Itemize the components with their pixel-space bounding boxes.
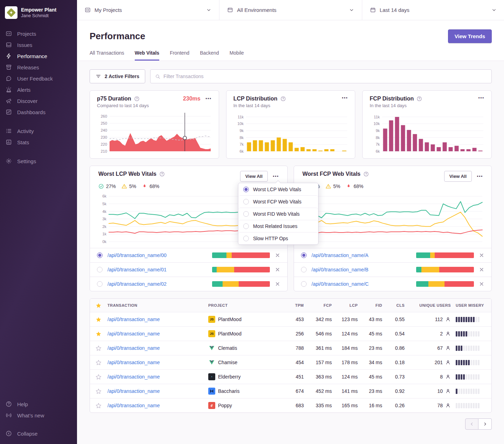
overflow-menu-icon[interactable]: ⋯ [205,96,212,101]
menu-item-label: Worst FID Web Vitals [253,211,300,217]
sidebar: Empower Plant Jane Schmidt ProjectsIssue… [0,0,77,444]
help-icon[interactable] [280,96,286,102]
transaction-link[interactable]: /api/0/transaction_name [107,317,160,322]
transaction-radio[interactable] [97,267,103,272]
environment-selector[interactable]: All Environments [219,0,362,20]
help-icon[interactable] [416,96,422,102]
vitals-distribution-bar [416,281,474,287]
transaction-link[interactable]: /api/0/transaction_name/02 [107,281,207,287]
sidebar-item-label: Settings [17,158,36,164]
tab-backend[interactable]: Backend [200,50,219,61]
project-selector[interactable]: My Projects [77,0,219,20]
close-icon[interactable] [275,267,280,272]
close-icon[interactable] [479,281,484,287]
menu-item-worst-fid-web-vitals[interactable]: Worst FID Web Vitals [238,208,318,220]
prev-page-button[interactable] [465,418,478,430]
active-filters-button[interactable]: 2 Active Filters [90,69,145,83]
view-all-button[interactable]: View All [240,171,268,182]
sidebar-item-collapse[interactable]: Collapse [0,428,77,439]
sidebar-item-issues[interactable]: Issues [0,39,77,50]
star-outline-icon[interactable] [96,403,102,409]
next-page-button[interactable] [478,418,492,430]
tpm-value: 451 [284,374,305,380]
sidebar-item-user-feedback[interactable]: User Feedback [0,73,77,84]
transaction-radio[interactable] [301,252,307,258]
transaction-link[interactable]: /api/0/transaction_name [107,331,160,337]
vitals-menu-dropdown: Worst LCP Web VitalsWorst FCP Web Vitals… [238,183,318,245]
tab-all-transactions[interactable]: All Transactions [90,50,124,61]
platform-js-icon: JS [208,316,215,323]
star-outline-icon[interactable] [96,388,102,394]
overflow-menu-icon[interactable]: ⋯ [342,96,348,100]
menu-item-slow-http-ops[interactable]: Slow HTTP Ops [238,232,318,244]
transaction-link[interactable]: /api/0/transaction_name [107,360,160,365]
sidebar-item-activity[interactable]: Activity [0,125,77,137]
sidebar-item-performance[interactable]: Performance [0,50,77,62]
projects-icon [6,30,12,37]
star-outline-icon[interactable] [96,374,102,380]
tab-mobile[interactable]: Mobile [230,50,244,61]
unique-users-value: 2 [440,331,443,337]
tab-web-vitals[interactable]: Web Vitals [135,50,159,61]
column-header-project: PROJECT [207,303,284,307]
transaction-link[interactable]: /api/0/transaction_name [107,374,160,380]
star-outline-icon[interactable] [96,360,102,366]
org-name: Empower Plant [21,7,56,13]
menu-item-most-related-issues[interactable]: Most Related Issues [238,220,318,232]
transaction-link[interactable]: /api/0/transaction_name/01 [107,267,207,272]
view-all-button[interactable]: View All [444,171,472,182]
transaction-link[interactable]: /api/0/transaction_name/B [312,267,411,272]
transaction-link[interactable]: /api/0/transaction_name [107,388,160,394]
sidebar-item-alerts[interactable]: Alerts [0,84,77,95]
sidebar-item-discover[interactable]: Discover [0,95,77,106]
unique-users-value: 67 [437,345,443,351]
close-icon[interactable] [275,252,280,258]
close-icon[interactable] [479,267,484,272]
cls-value: 0.92 [384,388,406,394]
transaction-link[interactable]: /api/0/transaction_name/C [312,281,411,287]
transaction-link[interactable]: /api/0/transaction_name [107,403,160,408]
svg-text:7k: 7k [239,142,244,146]
sidebar-item-help[interactable]: Help [0,398,77,410]
star-outline-icon[interactable] [96,345,102,351]
transaction-link[interactable]: /api/0/transaction_name [107,345,160,351]
card-title: FCP Distribution [370,96,414,102]
overflow-menu-icon[interactable]: ⋯ [273,174,279,179]
star-filled-icon[interactable] [96,317,102,322]
sidebar-item-stats[interactable]: Stats [0,137,77,148]
org-switcher[interactable]: Empower Plant Jane Schmidt [5,6,72,19]
transaction-radio[interactable] [97,252,103,258]
help-icon[interactable] [363,171,369,177]
star-filled-icon[interactable] [96,331,102,337]
menu-item-worst-fcp-web-vitals[interactable]: Worst FCP Web Vitals [238,195,318,208]
sidebar-item-releases[interactable]: Releases [0,62,77,73]
transaction-link[interactable]: /api/0/transaction_name/A [312,252,411,258]
view-trends-button[interactable]: View Trends [448,29,492,43]
transaction-radio[interactable] [97,281,103,287]
releases-icon [6,64,12,70]
fcp-value: 363 ms [305,374,333,380]
daterange-selector[interactable]: Last 14 days [362,0,504,20]
svg-text:1k: 1k [102,232,106,236]
star-filled-icon[interactable] [96,303,102,308]
sidebar-item-settings[interactable]: Settings [0,155,77,167]
sidebar-item-what-s-new[interactable]: What’s new [0,410,77,421]
help-icon[interactable] [134,96,140,102]
close-icon[interactable] [479,252,484,258]
sidebar-item-dashboards[interactable]: Dashboards [0,106,77,118]
cls-value: 0.86 [384,345,406,351]
help-icon[interactable] [159,171,165,177]
vitals-distribution-bar [212,281,270,287]
sidebar-item-projects[interactable]: Projects [0,28,77,39]
lcp-value: 141 ms [333,388,359,394]
overflow-menu-icon[interactable]: ⋯ [477,174,483,179]
search-input[interactable] [163,74,487,79]
transaction-radio[interactable] [301,267,307,272]
tab-frontend[interactable]: Frontend [170,50,189,61]
overflow-menu-icon[interactable]: ⋯ [478,96,484,100]
transaction-link[interactable]: /api/0/transaction_name/00 [107,252,207,258]
menu-item-worst-lcp-web-vitals[interactable]: Worst LCP Web Vitals [238,183,318,195]
user-icon [445,374,451,380]
transaction-radio[interactable] [301,281,307,287]
close-icon[interactable] [275,281,280,287]
